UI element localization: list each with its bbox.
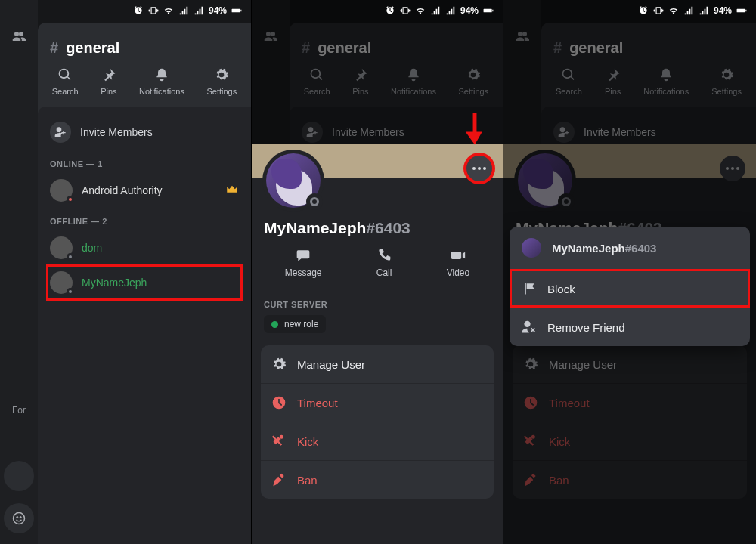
- ban-button[interactable]: Ban: [261, 460, 494, 499]
- status-bar: 94%: [0, 0, 251, 21]
- pins-button[interactable]: Pins: [101, 67, 116, 96]
- search-icon: [57, 67, 73, 82]
- avatar: [50, 236, 73, 259]
- remove-friend-button[interactable]: Remove Friend: [510, 308, 750, 346]
- menu-profile-row[interactable]: MyNameJeph#6403: [510, 227, 750, 269]
- block-button[interactable]: Block: [510, 269, 750, 308]
- battery-percent: 94%: [209, 5, 227, 16]
- vibrate-icon: [653, 5, 664, 16]
- signal-icon: [683, 5, 694, 16]
- invite-members-button[interactable]: Invite Members: [47, 114, 242, 150]
- kick-icon: [271, 434, 287, 449]
- manage-user-button[interactable]: Manage User: [261, 345, 494, 383]
- hash-icon: #: [50, 39, 58, 57]
- panel-context-menu: #general Search Pins Notifications Setti…: [503, 0, 756, 544]
- battery-icon: [231, 5, 242, 16]
- wifi-icon: [163, 5, 174, 16]
- signal-icon: [194, 5, 204, 16]
- server-avatar[interactable]: [4, 461, 34, 491]
- vibrate-icon: [148, 5, 159, 16]
- video-icon: [450, 248, 466, 263]
- call-icon: [376, 248, 392, 263]
- avatar: [522, 238, 541, 258]
- signal-icon: [178, 5, 189, 16]
- status-bar: 94%: [252, 0, 503, 21]
- bell-icon: [154, 67, 169, 82]
- panel-profile-sheet: #general Search Pins Notifications Setti…: [252, 0, 503, 544]
- server-rail: For: [0, 0, 38, 544]
- member-row-highlighted[interactable]: MyNameJeph: [47, 265, 242, 300]
- timeout-button[interactable]: Timeout: [261, 383, 494, 422]
- management-actions: Manage User Timeout Kick Ban: [261, 345, 494, 499]
- gear-icon: [271, 357, 287, 372]
- message-icon: [295, 248, 311, 263]
- more-options-button[interactable]: [466, 156, 492, 181]
- person-x-icon: [522, 320, 537, 335]
- signal-icon: [445, 5, 456, 16]
- profile-avatar[interactable]: [262, 150, 324, 212]
- crown-icon: [225, 183, 239, 199]
- server-section-label: CURT SERVER: [252, 289, 503, 315]
- profile-bottom-sheet: MyNameJeph#6403 Message Call Video CURT …: [252, 144, 503, 544]
- video-button[interactable]: Video: [447, 248, 469, 278]
- pin-icon: [101, 67, 116, 82]
- friends-icon[interactable]: [8, 26, 29, 47]
- avatar: [50, 271, 73, 294]
- notifications-button[interactable]: Notifications: [139, 67, 184, 96]
- member-row[interactable]: dom: [47, 230, 242, 265]
- section-online: ONLINE — 1: [47, 150, 242, 173]
- message-button[interactable]: Message: [285, 248, 322, 278]
- alarm-icon: [133, 5, 144, 16]
- clock-icon: [271, 395, 287, 410]
- avatar: [50, 179, 73, 202]
- gear-icon: [214, 67, 229, 82]
- ban-icon: [271, 472, 287, 487]
- channel-name: general: [66, 39, 119, 57]
- kick-button[interactable]: Kick: [261, 422, 494, 460]
- member-row[interactable]: Android Authority: [47, 173, 242, 208]
- settings-button[interactable]: Settings: [206, 67, 237, 96]
- ellipsis-icon: [472, 167, 486, 170]
- tutorial-arrow-icon: [463, 113, 486, 150]
- signal-icon: [699, 5, 709, 16]
- wifi-icon: [415, 5, 426, 16]
- flag-icon: [522, 281, 537, 296]
- context-menu: MyNameJeph#6403 Block Remove Friend: [510, 227, 750, 346]
- battery-icon: [483, 5, 494, 16]
- rail-for-label: For: [12, 405, 26, 416]
- person-plus-icon: [54, 126, 67, 138]
- vibrate-icon: [400, 5, 411, 16]
- channel-header: # general: [38, 23, 251, 67]
- call-button[interactable]: Call: [376, 248, 392, 278]
- status-bar: 94%: [503, 0, 756, 21]
- emoji-picker-icon[interactable]: [4, 503, 34, 533]
- alarm-icon: [385, 5, 395, 16]
- alarm-icon: [638, 5, 649, 16]
- search-button[interactable]: Search: [52, 67, 79, 96]
- section-offline: OFFLINE — 2: [47, 208, 242, 230]
- wifi-icon: [668, 5, 679, 16]
- panel-members-list: 94% For # general Search Pins Notificati…: [0, 0, 252, 544]
- battery-icon: [736, 5, 747, 16]
- signal-icon: [430, 5, 441, 16]
- member-list: Invite Members ONLINE — 1 Android Author…: [38, 107, 251, 544]
- role-chip: new role: [264, 315, 326, 333]
- status-offline-icon: [306, 193, 323, 210]
